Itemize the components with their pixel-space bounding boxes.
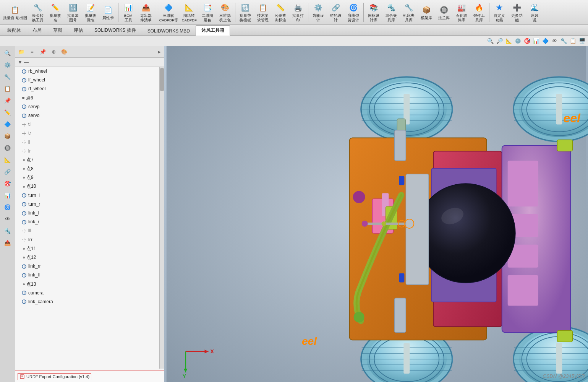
tree-item-servo[interactable]: servo [15, 111, 164, 120]
tree-item-point8[interactable]: 点8 [15, 164, 164, 173]
tree-item-point7[interactable]: 点7 [15, 156, 164, 164]
tab-assembly[interactable]: 装配体 [2, 25, 27, 35]
toolbar-gear[interactable]: ⚙️ 齿轮设计 [310, 1, 327, 23]
tree-item-point13[interactable]: 点13 [15, 280, 164, 289]
toolbar-spring[interactable]: 🌀 弯曲弹簧设计 [345, 1, 362, 23]
sidebar-icon-12[interactable]: 🎯 [2, 178, 14, 189]
tree-item-point12[interactable]: 点12 [15, 253, 164, 262]
toolbar-custom-func[interactable]: ★ 自定义功能 [491, 1, 508, 23]
toolbar-sufeng[interactable]: 🌊 沐风说 [526, 1, 543, 23]
toolbar-drawing-convert[interactable]: 📐 图纸转CADPDF [180, 1, 198, 23]
sidebar-icon-15[interactable]: 👁 [2, 214, 14, 224]
tree-icon-pin[interactable]: 📌 [38, 47, 47, 57]
tool-icon[interactable]: 🔧 [560, 37, 567, 45]
toolbar-standard-lib[interactable]: 📚 国标设计库 [365, 1, 382, 23]
tree-item-lll[interactable]: lll [15, 226, 164, 235]
tree-item-link-l[interactable]: link_l [15, 209, 164, 218]
toolbar-chain[interactable]: 🔗 链轮设计 [327, 1, 344, 23]
sidebar-icon-2[interactable]: ⚙️ [2, 60, 14, 70]
tree-scrollbar-thumb[interactable] [160, 68, 164, 91]
toolbar-3d-hide[interactable]: 🎨 三维隐机上色 [217, 1, 233, 23]
toolbar-tolerance[interactable]: 📏 公差查询标注 [272, 1, 289, 23]
tree-item-turn-r[interactable]: turn_r [15, 200, 164, 209]
tree-icon-crosshair[interactable]: ⊕ [49, 47, 58, 57]
toolbar-sheet-metal[interactable]: 🔧 板金转换工具 [29, 1, 46, 23]
toolbar-batch-replace[interactable]: 🔃 批量替换模板 [237, 1, 254, 23]
tab-evaluate[interactable]: 评估 [68, 25, 89, 35]
sidebar-icon-11[interactable]: 🔗 [2, 166, 14, 177]
tree-item-servp[interactable]: servp [15, 102, 164, 111]
toolbar-2d-layer[interactable]: 📑 二维图层色 [199, 1, 216, 23]
sidebar-icon-10[interactable]: 📐 [2, 154, 14, 165]
tree-item-turn-l[interactable]: turn_l [15, 191, 164, 200]
tree-icon-list[interactable]: ≡ [28, 47, 37, 57]
toolbar-bom[interactable]: 📊 BOM工具 [120, 1, 137, 23]
tab-mufeng-toolbox[interactable]: 沐风工具箱 [196, 25, 230, 36]
tree-item-lr[interactable]: lr [15, 147, 164, 156]
sidebar-icon-4[interactable]: 📋 [2, 83, 14, 94]
list-icon[interactable]: 📋 [569, 37, 577, 45]
toolbar-more-func[interactable]: ➕ 更多功能 [509, 1, 525, 23]
tab-sketch[interactable]: 草图 [47, 25, 68, 35]
sidebar-icon-3[interactable]: 🔧 [2, 72, 14, 82]
viewport[interactable]: X Y eel eel CSDN @2345VOR [164, 46, 588, 382]
toolbar-tech-req[interactable]: 📋 技术要求管理 [254, 1, 271, 23]
sidebar-icon-1[interactable]: 🔍 [2, 48, 14, 59]
tree-item-point9[interactable]: 点9 [15, 173, 164, 182]
sidebar-icon-17[interactable]: 📤 [2, 237, 14, 248]
tab-solidworks-plugins[interactable]: SOLIDWORKS 插件 [89, 25, 142, 35]
tree-item-lrr[interactable]: lrr [15, 236, 164, 244]
tree-item-ll[interactable]: ll [15, 138, 164, 147]
toolbar-mold-lib[interactable]: 📦 模架库 [418, 1, 435, 23]
sidebar-icon-6[interactable]: ✏️ [2, 107, 14, 118]
tree-item-tr[interactable]: tr [15, 129, 164, 138]
measure-icon[interactable]: 📐 [505, 37, 512, 45]
toolbar-flange-lib[interactable]: 🔘 法兰库 [436, 1, 452, 23]
sidebar-icon-13[interactable]: 📊 [2, 190, 14, 201]
toolbar-batch-rename[interactable]: ✏️ 批量改名 [47, 1, 64, 23]
toolbar-export-parts[interactable]: 📤 导出部件清单 [138, 1, 154, 23]
tree-item-link-camera[interactable]: link_camera [15, 297, 164, 306]
toolbar-batch-print[interactable]: 🖨️ 批量打印 [290, 1, 306, 23]
sidebar-icon-14[interactable]: 🌀 [2, 202, 14, 213]
tree-item-point11[interactable]: 点11 [15, 244, 164, 253]
sidebar-icon-8[interactable]: 📦 [2, 131, 14, 141]
toolbar-3d-transform[interactable]: 🔷 三维转CADPDF等 [158, 1, 180, 23]
tree-item-link-ll[interactable]: link_ll [15, 271, 164, 280]
toolbar-machine-lib[interactable]: 🔧 机床夹具库 [400, 1, 417, 23]
settings-icon[interactable]: ⚙️ [514, 37, 522, 45]
tree-item-link-r[interactable]: link_r [15, 218, 164, 226]
sidebar-icon-7[interactable]: 🔷 [2, 119, 14, 130]
tree-item-rf-wheel[interactable]: rf_wheel [15, 85, 164, 93]
tree-item-tl[interactable]: tl [15, 120, 164, 129]
tree-item-link-rr[interactable]: link_rr [15, 262, 164, 271]
eye-icon[interactable]: 👁 [551, 37, 558, 45]
tree-content[interactable]: rb_wheel lf_wheel rf_wheel 点6 servp serv [15, 67, 164, 371]
toolbar-batch-modify[interactable]: 📝 批量改属性 [82, 1, 99, 23]
view3d-icon[interactable]: 🔷 [541, 37, 549, 45]
tree-item-point10[interactable]: 点10 [15, 182, 164, 191]
zoom-icon[interactable]: 🔎 [496, 37, 503, 45]
toolbar-petro-lib[interactable]: 🏭 石化管件库 [453, 1, 470, 23]
toolbar-batch-import[interactable]: 📋 批量自 动出图 [2, 1, 29, 23]
tree-scrollbar[interactable] [159, 67, 164, 369]
sidebar-icon-9[interactable]: 🔘 [2, 143, 14, 153]
toolbar-property-card[interactable]: 📄 属性卡 [100, 1, 117, 23]
toolbar-weld-lib[interactable]: 🔥 焊件工具库 [471, 1, 488, 23]
tree-bottom-item[interactable]: URDF Export Configuration (v1.4) [15, 371, 164, 382]
tree-item-point6[interactable]: 点6 [15, 94, 164, 102]
chart-icon[interactable]: 📊 [532, 37, 540, 45]
tree-item-lf-wheel[interactable]: lf_wheel [15, 76, 164, 85]
tree-item-camera[interactable]: camera [15, 289, 164, 297]
sidebar-icon-16[interactable]: 🔩 [2, 226, 14, 236]
tab-solidworks-mbd[interactable]: SOLIDWORKS MBD [142, 26, 196, 35]
tree-icon-folder[interactable]: 📁 [17, 47, 26, 57]
tree-expand-button[interactable]: ▶ [156, 49, 162, 55]
toolbar-batch-add[interactable]: 🔢 批量加图号 [65, 1, 81, 23]
tree-icon-color[interactable]: 🎨 [60, 47, 69, 57]
sidebar-icon-5[interactable]: 📌 [2, 95, 14, 106]
tab-layout[interactable]: 布局 [27, 25, 47, 35]
search-icon[interactable]: 🔍 [486, 37, 494, 45]
target-icon[interactable]: 🎯 [523, 37, 531, 45]
tree-item-rb-wheel[interactable]: rb_wheel [15, 67, 164, 76]
